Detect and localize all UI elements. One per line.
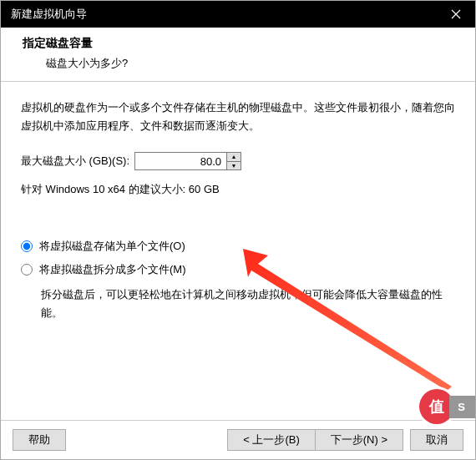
radio-single-label: 将虚拟磁盘存储为单个文件(O) [39, 239, 185, 254]
radio-split-file-row[interactable]: 将虚拟磁盘拆分成多个文件(M) [21, 262, 455, 277]
help-button[interactable]: 帮助 [13, 429, 66, 451]
disk-size-spinner: ▲ ▼ [134, 152, 241, 170]
radio-split-label: 将虚拟磁盘拆分成多个文件(M) [39, 262, 186, 277]
disk-size-label: 最大磁盘大小 (GB)(S): [21, 154, 129, 169]
footer: 帮助 < 上一步(B) 下一步(N) > 取消 [1, 420, 475, 459]
cancel-button[interactable]: 取消 [410, 429, 463, 451]
window-title: 新建虚拟机向导 [11, 7, 87, 22]
next-button[interactable]: 下一步(N) > [315, 429, 403, 451]
radio-single-file-row[interactable]: 将虚拟磁盘存储为单个文件(O) [21, 239, 455, 254]
spinner-buttons: ▲ ▼ [226, 152, 241, 170]
watermark-text: S [449, 396, 475, 418]
back-button[interactable]: < 上一步(B) [227, 429, 316, 451]
header-title: 指定磁盘容量 [23, 36, 460, 51]
header-subtitle: 磁盘大小为多少? [46, 56, 460, 71]
split-description: 拆分磁盘后，可以更轻松地在计算机之间移动虚拟机，但可能会降低大容量磁盘的性能。 [41, 286, 455, 322]
radio-split-file[interactable] [21, 264, 33, 275]
disk-size-input[interactable] [134, 152, 226, 170]
close-icon [451, 9, 461, 19]
wizard-window: 新建虚拟机向导 指定磁盘容量 磁盘大小为多少? 虚拟机的硬盘作为一个或多个文件存… [0, 0, 476, 460]
spinner-down[interactable]: ▼ [227, 162, 241, 170]
description-text: 虚拟机的硬盘作为一个或多个文件存储在主机的物理磁盘中。这些文件最初很小，随着您向… [21, 99, 455, 135]
wizard-header: 指定磁盘容量 磁盘大小为多少? [1, 28, 475, 82]
content-area: 虚拟机的硬盘作为一个或多个文件存储在主机的物理磁盘中。这些文件最初很小，随着您向… [1, 82, 475, 420]
spinner-up[interactable]: ▲ [227, 153, 241, 162]
watermark-badge: 值 S [419, 389, 475, 424]
disk-size-row: 最大磁盘大小 (GB)(S): ▲ ▼ [21, 152, 455, 170]
storage-options: 将虚拟磁盘存储为单个文件(O) 将虚拟磁盘拆分成多个文件(M) 拆分磁盘后，可以… [21, 239, 455, 322]
radio-single-file[interactable] [21, 240, 33, 252]
recommended-size-text: 针对 Windows 10 x64 的建议大小: 60 GB [21, 182, 455, 197]
close-button[interactable] [437, 1, 475, 28]
titlebar: 新建虚拟机向导 [1, 1, 475, 28]
